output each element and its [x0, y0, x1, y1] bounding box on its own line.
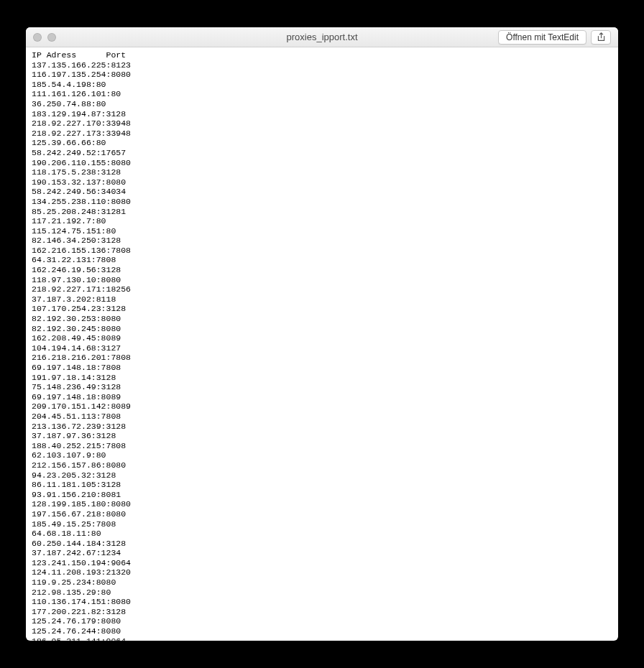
quicklook-window: proxies_ipport.txt Öffnen mit TextEdit I… [26, 27, 618, 641]
titlebar: proxies_ipport.txt Öffnen mit TextEdit [26, 27, 618, 47]
share-button[interactable] [591, 30, 611, 45]
open-with-button[interactable]: Öffnen mit TextEdit [498, 30, 586, 45]
close-icon[interactable] [33, 33, 42, 42]
minimize-icon[interactable] [47, 33, 56, 42]
toolbar-right: Öffnen mit TextEdit [498, 30, 611, 45]
file-text: IP Adress Port 137.135.166.225:8123 116.… [32, 50, 612, 641]
traffic-lights [33, 33, 56, 42]
file-content-area: IP Adress Port 137.135.166.225:8123 116.… [26, 47, 618, 641]
share-icon [597, 32, 606, 42]
